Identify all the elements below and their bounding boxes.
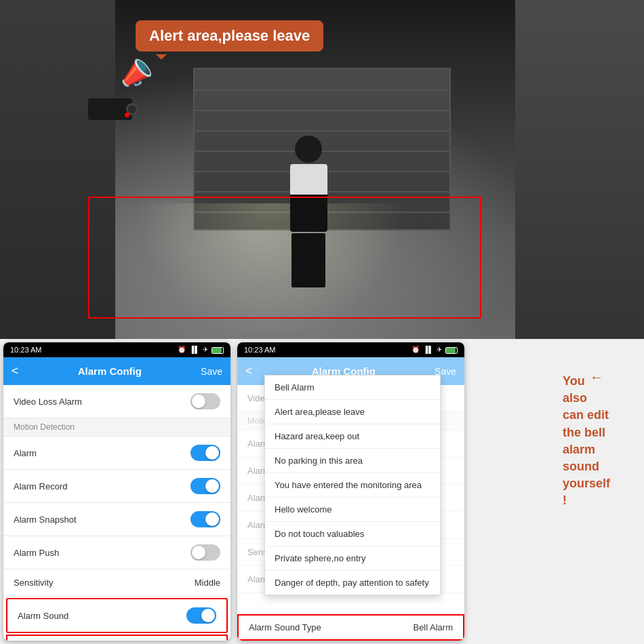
dropdown-item-danger-depth[interactable]: Danger of depth, pay attention to safety [265, 571, 440, 595]
menu-item-alarm-sound: Alarm Sound [6, 598, 228, 633]
toggle-alarm-sound[interactable] [186, 607, 216, 624]
alarm-sound-type-value-2: Bell Alarm [413, 622, 453, 632]
menu-item-alarm-snapshot: Alarm Snapshot [3, 503, 230, 536]
alert-bubble: Alert area,please leave [136, 20, 323, 52]
dropdown-item-bell-alarm[interactable]: Bell Alarm [265, 376, 440, 400]
alarm-sound-dropdown[interactable]: Bell Alarm Alert area,please leave Hazar… [264, 375, 441, 595]
menu-item-alarm: Alarm [3, 437, 230, 470]
dropdown-item-hazard-area[interactable]: Hazard area,keep out [265, 424, 440, 449]
dropdown-item-monitoring[interactable]: You have entered the monitoring area [265, 473, 440, 498]
horn-icon: 📣 [114, 53, 157, 94]
dropdown-item-hello-welcome[interactable]: Hello welcome [265, 498, 440, 522]
sensitivity-value: Middle [195, 578, 220, 588]
menu-item-video-loss: Video Loss Alarm [3, 385, 230, 418]
dropdown-item-no-parking[interactable]: No parking in this area [265, 449, 440, 473]
dropdown-item-alert-area[interactable]: Alert area,please leave [265, 400, 440, 424]
save-button-1[interactable]: Save [201, 366, 222, 377]
toggle-alarm[interactable] [190, 445, 220, 461]
menu-item-alarm-record: Alarm Record [3, 470, 230, 503]
toggle-video-loss[interactable] [190, 393, 220, 409]
toggle-alarm-record[interactable] [190, 478, 220, 494]
phone-panel-2: 10:23 AM ⏰ ▐▌ ✈ < Alarm Config Save Vide… [237, 342, 464, 641]
bottom-alarm-sound-type[interactable]: Alarm Sound Type Bell Alarm [6, 635, 228, 641]
back-button-2[interactable]: < [245, 364, 253, 378]
toggle-alarm-snapshot[interactable] [190, 511, 220, 527]
page-title-1: Alarm Config [78, 365, 142, 377]
phone-panel-1: 10:23 AM ⏰ ▐▌ ✈ < Alarm Config Save Vide… [3, 342, 230, 641]
top-image-section: 📣 Alert area,please leave [0, 0, 644, 339]
dropdown-item-do-not-touch[interactable]: Do not touch valuables [265, 522, 440, 546]
detection-box [88, 197, 481, 319]
menu-item-alarm-push: Alarm Push [3, 536, 230, 569]
menu-item-sensitivity: Sensitivity Middle [3, 569, 230, 597]
alarm-sound-type-label-2: Alarm Sound Type [249, 622, 321, 632]
back-button-1[interactable]: < [12, 364, 19, 378]
status-bar-2: 10:23 AM ⏰ ▐▌ ✈ [237, 342, 464, 357]
status-icons-1: ⏰ ▐▌ ✈ [178, 346, 224, 353]
bottom-alarm-sound-type-2[interactable]: Alarm Sound Type Bell Alarm [237, 614, 464, 641]
bottom-section: 10:23 AM ⏰ ▐▌ ✈ < Alarm Config Save Vide… [0, 339, 644, 644]
time-1: 10:23 AM [10, 346, 41, 354]
status-bar-1: 10:23 AM ⏰ ▐▌ ✈ [3, 342, 230, 357]
menu-content-1: Video Loss Alarm Motion Detection Alarm … [3, 385, 230, 633]
section-motion-detection: Motion Detection [3, 418, 230, 437]
annotation-text: You also can edit the bell alarm sound y… [563, 373, 610, 510]
camera [88, 98, 132, 120]
dropdown-item-private-sphere[interactable]: Private sphere,no entry [265, 546, 440, 571]
toggle-alarm-push[interactable] [190, 544, 220, 561]
phone-header-1: < Alarm Config Save [3, 357, 230, 385]
time-2: 10:23 AM [244, 346, 275, 354]
status-icons-2: ⏰ ▐▌ ✈ [411, 346, 458, 353]
